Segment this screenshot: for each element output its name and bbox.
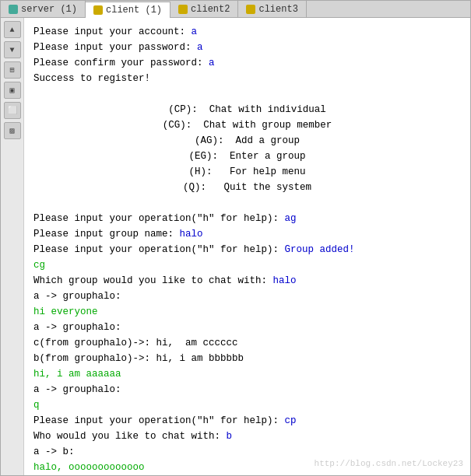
content-line-8: (EG): Enter a group	[33, 149, 461, 164]
user-input-26: b	[227, 431, 233, 442]
content-line-15: cg	[33, 257, 461, 273]
tab-client3[interactable]: client3	[238, 1, 306, 17]
sidebar-btn-1[interactable]: ▼	[4, 41, 21, 58]
sidebar-btn-5[interactable]: ▨	[4, 122, 21, 139]
content-line-7: (AG): Add a group	[33, 133, 461, 149]
main-area: ▲▼⊞▣⬜▨ Please input your account: aPleas…	[1, 18, 470, 475]
content-line-27: a -> b:	[33, 444, 461, 460]
user-input-1: a	[197, 42, 203, 53]
tab-icon-client2	[178, 5, 188, 14]
tab-bar: server (1)client (1)client2client3	[1, 1, 470, 18]
tab-icon-client3	[246, 5, 255, 14]
content-line-21: b(from grouphalo)->: hi, i am bbbbbb	[33, 351, 461, 366]
content-line-9: (H): For help menu	[33, 164, 461, 180]
content-line-2: Please confirm your password: a	[33, 55, 461, 71]
content-line-14: Please input your operation("h" for help…	[33, 242, 461, 257]
user-input-16: halo	[273, 275, 297, 286]
content-line-24: q	[33, 397, 461, 413]
content-line-0: Please input your account: a	[33, 24, 461, 40]
tab-client1[interactable]: client (1)	[86, 2, 170, 18]
tab-label-client3: client3	[258, 4, 297, 15]
sidebar-btn-4[interactable]: ⬜	[4, 102, 21, 119]
content-line-3: Success to register!	[33, 71, 461, 86]
content-line-10: (Q): Quit the system	[33, 180, 461, 195]
tab-label-client2: client2	[191, 4, 230, 15]
content-line-11	[33, 195, 461, 211]
sidebar: ▲▼⊞▣⬜▨	[1, 18, 24, 475]
content-line-23: a -> grouphalo:	[33, 382, 461, 397]
tab-label-client1: client (1)	[106, 5, 162, 16]
content-line-12: Please input your operation("h" for help…	[33, 211, 461, 226]
user-input-13: halo	[180, 229, 203, 240]
content-area: Please input your account: aPlease input…	[24, 18, 470, 475]
main-window: server (1)client (1)client2client3 ▲▼⊞▣⬜…	[0, 0, 471, 476]
user-input-14: Group added!	[285, 244, 355, 255]
content-line-26: Who would you like to chat with: b	[33, 429, 461, 444]
content-line-6: (CG): Chat with group member	[33, 117, 461, 133]
user-input-25: cp	[285, 415, 297, 426]
content-line-1: Please input your password: a	[33, 40, 461, 55]
sidebar-btn-0[interactable]: ▲	[4, 21, 21, 38]
content-line-5: (CP): Chat with individual	[33, 102, 461, 117]
user-input-12: ag	[285, 213, 297, 224]
tab-client2[interactable]: client2	[170, 1, 238, 17]
content-line-22: hi, i am aaaaaa	[33, 366, 461, 382]
sidebar-btn-3[interactable]: ▣	[4, 82, 21, 99]
content-line-13: Please input group name: halo	[33, 226, 461, 242]
sidebar-btn-2[interactable]: ⊞	[4, 61, 21, 79]
content-line-4	[33, 86, 461, 102]
content-line-16: Which group would you like to chat with:…	[33, 273, 461, 289]
content-line-19: a -> grouphalo:	[33, 320, 461, 335]
content-line-28: halo, ooooooooooooo	[33, 460, 461, 475]
user-input-2: a	[209, 58, 215, 68]
content-line-20: c(from grouphalo)->: hi, am cccccc	[33, 335, 461, 351]
user-input-0: a	[192, 26, 198, 37]
tab-server[interactable]: server (1)	[1, 1, 86, 17]
tab-icon-client1	[93, 5, 103, 15]
content-line-17: a -> grouphalo:	[33, 289, 461, 304]
tab-icon-server	[9, 5, 18, 14]
content-line-25: Please input your operation("h" for help…	[33, 413, 461, 429]
tab-label-server: server (1)	[21, 4, 77, 15]
content-line-18: hi everyone	[33, 304, 461, 320]
